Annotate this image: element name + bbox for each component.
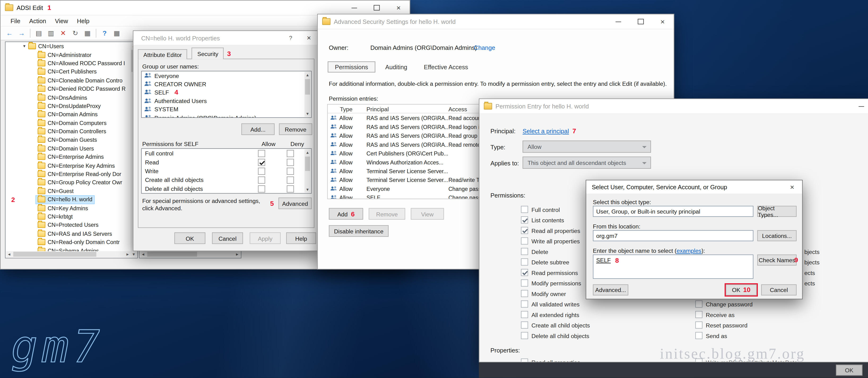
allow-checkbox[interactable]: [258, 167, 265, 175]
tree-item-row[interactable]: CN=Read-only Domain Contr: [36, 239, 121, 246]
scroll-down-icon[interactable]: ▼: [131, 251, 137, 257]
deny-checkbox[interactable]: [286, 176, 293, 183]
tree-item[interactable]: CN=Cloneable Domain Contro: [5, 76, 137, 85]
permentry-titlebar[interactable]: Permission Entry for hello H. world: [479, 99, 868, 114]
delete-icon[interactable]: ✕: [58, 28, 69, 39]
deny-checkbox[interactable]: [286, 185, 293, 192]
partial-permission-row[interactable]: Read all properties: [521, 357, 580, 362]
group-list-scrollbar[interactable]: ▲ ▼: [305, 72, 311, 117]
add-button[interactable]: Add 6: [329, 208, 363, 220]
checkbox[interactable]: [521, 290, 528, 297]
tree-item[interactable]: CN=Domain Computers: [5, 119, 137, 127]
tree-item[interactable]: CN=DnsAdmins: [5, 93, 137, 102]
tree-root[interactable]: ▾ CN=Users: [5, 42, 137, 51]
tab[interactable]: Effective Access: [417, 62, 475, 72]
minimize-icon[interactable]: [850, 99, 868, 114]
permission-checkbox-row[interactable]: List contents: [521, 215, 590, 225]
group-row[interactable]: SYSTEM: [142, 105, 311, 114]
permission-checkbox-row[interactable]: Modify permissions: [521, 278, 590, 288]
tree-item-row[interactable]: CN=Administrator: [36, 51, 93, 59]
scrollbar-thumb[interactable]: [147, 252, 197, 257]
checkbox[interactable]: [521, 258, 528, 265]
help-button[interactable]: Help: [286, 232, 316, 244]
scroll-right-icon[interactable]: ►: [125, 251, 131, 257]
scroll-up-icon[interactable]: ▲: [305, 149, 311, 155]
deny-checkbox[interactable]: [286, 150, 293, 157]
permission-checkbox-row[interactable]: Modify owner: [521, 288, 590, 298]
scroll-left-icon[interactable]: ◄: [140, 251, 146, 257]
tree-item-row[interactable]: CN=Domain Admins: [36, 111, 99, 118]
checkbox[interactable]: [521, 238, 528, 245]
tree-item-row[interactable]: CN=krbtgt: [36, 213, 74, 220]
results-horizontal-scrollbar[interactable]: ◄ ►: [140, 251, 240, 257]
select-principal-link[interactable]: Select a principal: [523, 128, 569, 134]
tree-item-row[interactable]: CN=Protected Users: [36, 221, 100, 229]
tree-item[interactable]: CN=Cert Publishers: [5, 68, 137, 76]
permission-row[interactable]: Read: [142, 158, 305, 166]
tree-item-row[interactable]: CN=Domain Computers: [36, 119, 108, 127]
tree-item-row[interactable]: CN=Enterprise Read-only Dor: [36, 170, 123, 178]
scroll-right-icon[interactable]: ►: [234, 251, 240, 257]
properties-icon[interactable]: ▦: [82, 28, 93, 39]
tree-item-row[interactable]: CN=Denied RODC Password R: [36, 85, 127, 93]
tree-item-row[interactable]: CN=Enterprise Key Admins: [36, 162, 117, 169]
tree-item-row[interactable]: CN=Allowed RODC Password I: [36, 60, 127, 67]
chevron-down-icon[interactable]: ▾: [23, 44, 25, 49]
object-types-button[interactable]: Object Types...: [757, 206, 797, 217]
tree-item[interactable]: CN=Read-only Domain Contr: [5, 238, 137, 246]
permissions-list[interactable]: Full control Read Write: [141, 148, 312, 194]
group-row[interactable]: CREATOR OWNER: [142, 80, 311, 88]
tree-item-row[interactable]: CN=Cert Publishers: [36, 68, 98, 76]
select-dialog-titlebar[interactable]: Select User, Computer, Service Account, …: [586, 180, 802, 194]
tree-item[interactable]: CN=Enterprise Key Admins: [5, 161, 137, 170]
checkbox[interactable]: [521, 280, 528, 287]
disable-inheritance-button[interactable]: Disable inheritance: [329, 225, 389, 237]
allow-checkbox[interactable]: [258, 176, 265, 183]
add-button[interactable]: Add...: [241, 123, 275, 135]
view-button[interactable]: View: [411, 208, 444, 220]
permission-checkbox-row[interactable]: Delete subtree: [521, 257, 590, 267]
scroll-left-icon[interactable]: ◄: [6, 251, 12, 257]
scrollbar-thumb[interactable]: [305, 157, 310, 171]
deny-checkbox[interactable]: [286, 167, 293, 175]
apply-button[interactable]: Apply: [250, 232, 281, 244]
menu-item[interactable]: File: [6, 18, 25, 24]
type-dropdown[interactable]: Allow: [523, 140, 651, 153]
principal-column-header[interactable]: Principal: [366, 105, 448, 112]
properties-titlebar[interactable]: CN=hello H. world Properties ? ✕: [133, 31, 318, 45]
tree-item[interactable]: CN=Protected Users: [5, 221, 137, 229]
tree-root-row[interactable]: CN=Users: [27, 42, 65, 50]
tree-item[interactable]: CN=Key Admins: [5, 204, 137, 212]
tab[interactable]: Security: [192, 48, 224, 59]
tree-item-row[interactable]: CN=DnsAdmins: [36, 94, 89, 101]
deny-checkbox[interactable]: [286, 159, 293, 166]
tree-item[interactable]: CN=Domain Admins: [5, 110, 137, 119]
allow-checkbox[interactable]: [258, 150, 265, 157]
tree-item-row[interactable]: CN=RAS and IAS Servers: [36, 230, 114, 238]
remove-button[interactable]: Remove: [279, 123, 312, 135]
permission-checkbox-row[interactable]: Create all child objects: [521, 320, 590, 330]
tab[interactable]: Permissions: [328, 61, 375, 72]
permission-checkbox-row[interactable]: Delete: [521, 246, 590, 257]
checkbox[interactable]: [521, 332, 528, 339]
checkbox[interactable]: [695, 321, 702, 328]
checkbox[interactable]: [521, 248, 528, 255]
permission-checkbox-row[interactable]: Reset password: [695, 320, 753, 330]
menu-item[interactable]: View: [51, 18, 72, 24]
tree-item[interactable]: CN=Guest: [5, 187, 137, 195]
permission-checkbox-row[interactable]: Delete all child objects: [521, 330, 590, 341]
checkbox[interactable]: [521, 358, 528, 363]
permission-checkbox-row[interactable]: Write all properties: [521, 236, 590, 246]
checkbox[interactable]: [695, 332, 702, 339]
scroll-down-icon[interactable]: ▼: [305, 186, 311, 193]
permission-row[interactable]: Write: [142, 166, 305, 175]
maximize-icon[interactable]: [366, 0, 388, 15]
checkbox[interactable]: [695, 301, 702, 308]
permission-checkbox-row[interactable]: Full control: [521, 204, 590, 215]
adsi-titlebar[interactable]: ADSI Edit 1 ✕: [0, 0, 410, 15]
tab[interactable]: Auditing: [379, 62, 414, 72]
tree-item[interactable]: CN=Denied RODC Password R: [5, 85, 137, 93]
group-row[interactable]: Everyone: [142, 71, 311, 80]
scrollbar-thumb[interactable]: [305, 79, 310, 95]
minimize-icon[interactable]: [343, 0, 366, 15]
